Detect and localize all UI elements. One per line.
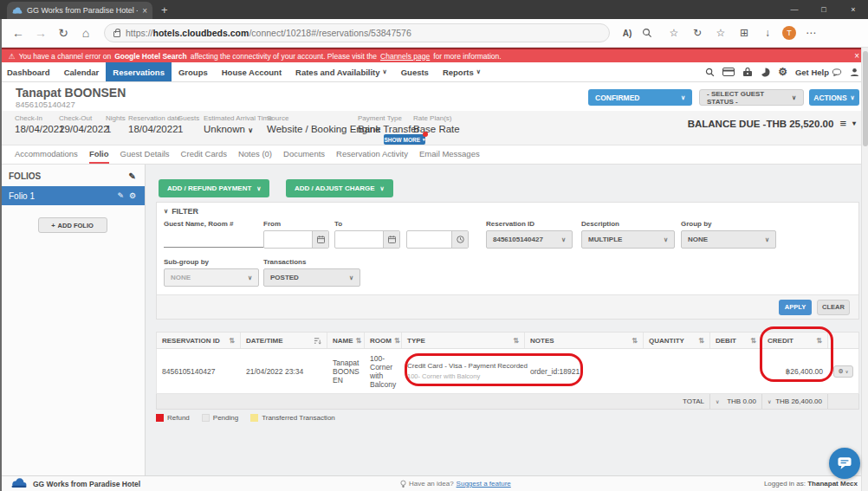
col-type[interactable]: TYPE⇅: [402, 333, 525, 348]
scrollbar-thumb[interactable]: [863, 51, 868, 146]
nav-item-groups[interactable]: Groups: [172, 62, 215, 81]
favorite-add-icon[interactable]: ☆: [665, 27, 683, 39]
suggest-feature-link[interactable]: Suggest a feature: [457, 480, 511, 488]
col-quantity[interactable]: QUANTITY⇅: [644, 333, 710, 348]
profile-avatar[interactable]: T: [782, 26, 796, 40]
guest-name-label: Guest Name, Room #: [164, 220, 233, 228]
filter-panel-header[interactable]: ∨ FILTER: [164, 207, 198, 216]
chevron-down-icon: ∨: [256, 185, 261, 192]
tab-folio[interactable]: Folio: [89, 145, 109, 164]
detail-label: Rate Plan(s): [413, 114, 460, 122]
col-credit[interactable]: CREDIT⇅: [762, 333, 828, 348]
downloads-icon[interactable]: ↓: [759, 27, 776, 39]
search-icon[interactable]: [705, 68, 715, 77]
sub-group-select[interactable]: NONE ∨: [164, 268, 259, 287]
hamburger-menu-icon[interactable]: ≡: [839, 117, 846, 130]
history-icon[interactable]: ↻: [689, 27, 706, 39]
col-debit[interactable]: DEBIT⇅: [710, 333, 762, 348]
gear-icon[interactable]: ⚙: [778, 66, 787, 78]
apply-button[interactable]: APPLY: [779, 300, 812, 315]
new-tab-button[interactable]: +: [161, 3, 168, 16]
from-date-input[interactable]: [263, 230, 329, 249]
address-bar[interactable]: https://hotels.cloudbeds.com/connect/102…: [104, 23, 610, 42]
forward-button[interactable]: →: [29, 26, 52, 40]
favorites-bar-icon[interactable]: ☆: [712, 27, 729, 39]
plus-icon: +: [51, 222, 55, 229]
detail-value: 1: [106, 124, 126, 134]
guest-status-select[interactable]: - SELECT GUEST STATUS - ∨: [699, 89, 804, 106]
nav-item-calendar[interactable]: Calendar: [57, 62, 107, 81]
channels-page-link[interactable]: Channels page: [380, 52, 430, 61]
col-reservation-id[interactable]: RESERVATION ID⇅: [157, 333, 241, 348]
col-room[interactable]: ROOM⇅: [365, 333, 402, 348]
alert-close-icon[interactable]: ×: [854, 51, 859, 61]
pie-chart-icon[interactable]: [761, 68, 770, 77]
edit-folios-icon[interactable]: ✎: [129, 171, 136, 181]
table-total-row: TOTAL ∨THB 0.00 ∨THB 26,400.00: [156, 394, 859, 410]
minimize-button[interactable]: —: [780, 0, 809, 19]
maximize-button[interactable]: □: [809, 0, 839, 19]
user-icon[interactable]: [850, 68, 859, 77]
table-header: RESERVATION ID⇅ DATE/TIME NAME⇅ ROOM⇅ TY…: [156, 332, 859, 349]
group-by-select[interactable]: NONE ∨: [681, 230, 776, 249]
collections-icon[interactable]: ⊞: [735, 27, 753, 39]
col-notes[interactable]: NOTES⇅: [525, 333, 644, 348]
chevron-down-icon[interactable]: ▾: [852, 120, 856, 127]
page-scrollbar[interactable]: [861, 48, 868, 491]
to-date-input[interactable]: [334, 230, 400, 249]
tab-credit-cards[interactable]: Credit Cards: [181, 145, 227, 164]
reload-button[interactable]: ↻: [52, 26, 74, 40]
nav-item-guests[interactable]: Guests: [394, 62, 436, 81]
description-select[interactable]: MULTIPLE ∨: [581, 230, 675, 249]
transactions-select[interactable]: POSTED ∨: [263, 268, 360, 287]
chat-widget-button[interactable]: [829, 448, 860, 479]
tab-accommodations[interactable]: Accommodations: [15, 145, 78, 164]
sidebar-item-folio-1[interactable]: Folio 1 ✎ ⚙: [0, 186, 145, 205]
tab-notes[interactable]: Notes (0): [238, 145, 272, 164]
chevron-down-icon[interactable]: ∨: [716, 398, 719, 404]
more-menu-icon[interactable]: ⋯: [802, 27, 819, 39]
nav-item-house-account[interactable]: House Account: [215, 62, 288, 81]
cash-register-icon[interactable]: [742, 68, 753, 77]
add-refund-payment-button[interactable]: ADD / REFUND PAYMENT ∨: [159, 179, 269, 197]
nav-item-dashboard[interactable]: Dashboard: [0, 62, 57, 81]
tab-close-icon[interactable]: ×: [142, 6, 147, 16]
add-adjust-charge-button[interactable]: ADD / ADJUST CHARGE ∨: [286, 179, 393, 197]
get-help-button[interactable]: Get Help: [795, 68, 842, 77]
reservation-id-select[interactable]: 8456105140427 ∨: [486, 230, 573, 249]
chevron-down-icon: ∨: [380, 185, 385, 192]
col-datetime[interactable]: DATE/TIME: [241, 333, 327, 348]
arrival-time-dropdown[interactable]: Unknown ∨: [204, 124, 273, 134]
show-more-button[interactable]: SHOW MORE ▾: [384, 134, 425, 145]
nav-item-reports[interactable]: Reports∨: [436, 62, 488, 81]
transaction-type-detail: 100- Corner with Balcony: [407, 372, 528, 380]
tab-guest-details[interactable]: Guest Details: [120, 145, 170, 164]
actions-dropdown[interactable]: ACTIONS ∨: [809, 89, 859, 106]
add-folio-button[interactable]: + ADD FOLIO: [38, 217, 107, 233]
nav-item-reservations[interactable]: Reservations: [106, 62, 172, 81]
table-row[interactable]: 8456105140427 21/04/2022 23:34 Tanapat B…: [156, 349, 859, 394]
reservation-status-label: CONFIRMED: [595, 94, 639, 102]
edit-folio-icon[interactable]: ✎: [117, 191, 124, 200]
credit-card-icon[interactable]: [722, 68, 735, 76]
to-time-input[interactable]: [406, 230, 469, 249]
read-aloud-icon[interactable]: A): [619, 29, 636, 38]
chevron-down-icon[interactable]: ∨: [768, 398, 771, 404]
tab-email-messages[interactable]: Email Messages: [419, 145, 480, 164]
tab-documents[interactable]: Documents: [283, 145, 325, 164]
window-close-button[interactable]: ×: [839, 0, 868, 19]
cell-name: Tanapat BOONSEN: [327, 349, 365, 393]
home-button[interactable]: ⌂: [74, 26, 97, 40]
calendar-icon: [383, 231, 399, 248]
reservation-status-dropdown[interactable]: CONFIRMED ∨: [588, 89, 692, 106]
nav-item-rates[interactable]: Rates and Availability∨: [288, 62, 394, 81]
row-settings-button[interactable]: ⚙∨: [833, 365, 853, 378]
clear-button[interactable]: CLEAR: [817, 300, 850, 315]
back-button[interactable]: ←: [7, 26, 29, 40]
browser-tab[interactable]: GG Works from Paradise Hotel - ×: [7, 2, 152, 19]
folio-settings-icon[interactable]: ⚙: [129, 191, 136, 200]
tab-reservation-activity[interactable]: Reservation Activity: [336, 145, 408, 164]
zoom-icon[interactable]: [642, 28, 659, 38]
col-name[interactable]: NAME⇅: [327, 333, 365, 348]
property-brand: GG Works from Paradise Hotel: [10, 478, 140, 489]
